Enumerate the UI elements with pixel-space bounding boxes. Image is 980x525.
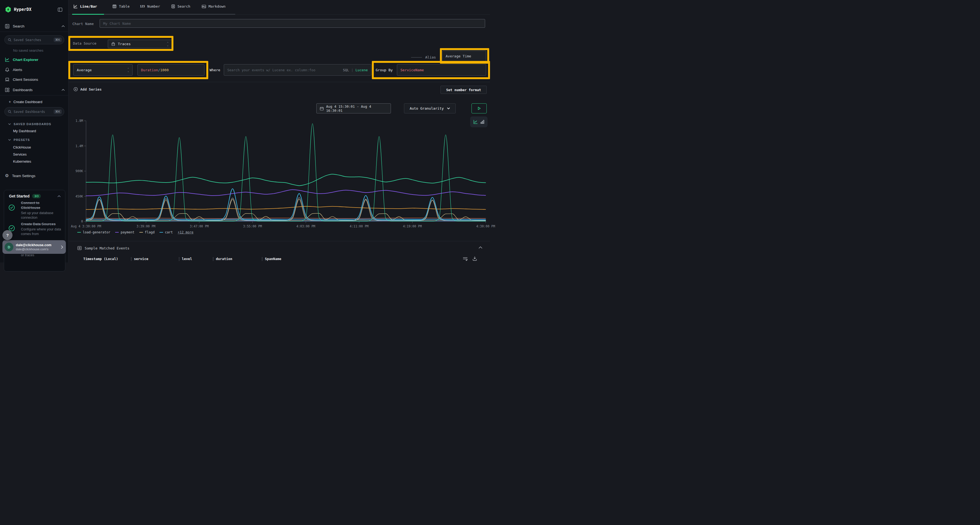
legend-swatch xyxy=(139,232,143,233)
y-tick-label: 1.8M xyxy=(75,119,83,123)
time-range-value: Aug 4 15:30:01 - Aug 4 16:30:01 xyxy=(326,105,387,113)
sidebar-item-team-settings[interactable]: ⚙ Team Settings xyxy=(5,174,35,178)
expression-number: 1000 xyxy=(160,68,169,72)
set-number-format-button[interactable]: Set number format xyxy=(441,86,487,94)
tab-number[interactable]: 123 Number xyxy=(140,4,160,8)
help-button[interactable]: ? xyxy=(2,230,13,240)
section-label: SAVED DASHBOARDS xyxy=(14,122,51,126)
tab-table[interactable]: Table xyxy=(113,4,130,8)
sidebar-item-client-sessions[interactable]: Client Sessions xyxy=(5,78,38,82)
sidebar-item-label: Dashboards xyxy=(13,88,62,92)
sidebar-item-kubernetes[interactable]: Kubernetes xyxy=(13,159,31,163)
legend-item[interactable]: payment xyxy=(115,230,134,234)
get-started-progress-badge: 3/3 xyxy=(32,194,41,198)
column-separator[interactable] xyxy=(262,257,262,261)
column-separator[interactable] xyxy=(213,257,213,261)
sidebar-item-clickhouse[interactable]: ClickHouse xyxy=(13,145,31,149)
group-by-label: Group By xyxy=(375,68,393,72)
legend-label: cart xyxy=(165,230,173,234)
avatar: D xyxy=(5,243,13,251)
list-icon xyxy=(77,246,82,250)
tab-markdown[interactable]: Markdown xyxy=(202,4,226,8)
x-tick-label: 4:03:00 PM xyxy=(296,224,315,228)
document-list-icon xyxy=(171,4,175,8)
add-series-button[interactable]: Add Series xyxy=(73,87,102,91)
where-input[interactable]: Search your events w/ Lucene ex. column:… xyxy=(224,64,371,76)
column-header-service[interactable]: service xyxy=(134,257,148,261)
tab-label: Markdown xyxy=(208,4,226,8)
data-source-select[interactable]: Traces ⌃⌄ xyxy=(108,40,172,48)
dashboards-icon xyxy=(5,87,10,92)
plus-icon: + xyxy=(9,100,11,104)
saved-searches-input[interactable]: Saved Searches ⌘K xyxy=(4,35,64,44)
y-tick-label: 900K xyxy=(75,169,83,173)
y-tick-label: 1.4M xyxy=(75,144,83,148)
presets-section-toggle[interactable]: PRESETS xyxy=(8,138,30,141)
legend-item[interactable]: cart xyxy=(159,230,173,234)
saved-dashboards-section-toggle[interactable]: SAVED DASHBOARDS xyxy=(8,122,51,126)
column-separator[interactable] xyxy=(179,257,180,261)
chart-explorer-icon xyxy=(5,57,10,62)
group-by-input[interactable]: ServiceName xyxy=(397,64,486,76)
collapse-section-icon[interactable] xyxy=(479,246,482,249)
legend-label: flagd xyxy=(145,230,154,234)
expression-operator: / xyxy=(158,68,160,72)
create-dashboard-button[interactable]: + Create Dashboard xyxy=(9,100,42,104)
sidebar-item-label: Alerts xyxy=(13,68,22,72)
tab-label: Line/Bar xyxy=(80,4,97,8)
aggregation-value: Average xyxy=(77,68,92,72)
chevron-down-icon xyxy=(8,139,11,141)
legend-more-link[interactable]: +12 more xyxy=(178,230,194,234)
data-source-icon xyxy=(111,42,115,46)
chart-name-input[interactable]: My Chart Name xyxy=(100,19,485,28)
get-started-item-title[interactable]: Connect to ClickHouse xyxy=(21,200,54,210)
alias-input[interactable]: Average Time xyxy=(442,51,486,62)
sample-events-header[interactable]: Sample Matched Events xyxy=(77,246,129,250)
x-tick-label: 4:19:00 PM xyxy=(403,224,422,228)
sidebar-collapse-icon[interactable] xyxy=(58,8,62,12)
get-started-item-title[interactable]: Create Data Sources xyxy=(21,222,67,227)
chevron-up-icon[interactable] xyxy=(57,195,61,197)
sidebar-item-alerts[interactable]: Alerts xyxy=(5,67,22,72)
column-header-spanname[interactable]: SpanName xyxy=(265,257,281,261)
wrap-lines-icon[interactable] xyxy=(463,257,468,261)
data-source-label: Data Source xyxy=(73,41,96,45)
x-tick-label: 3:47:00 PM xyxy=(190,224,208,228)
saved-dashboards-input[interactable]: Saved Dashboards ⌘K xyxy=(4,107,64,116)
column-header-level[interactable]: level xyxy=(182,257,192,261)
legend-swatch xyxy=(115,232,119,233)
user-menu[interactable]: D dale@clickhouse.com dale@clickhouse.co… xyxy=(2,240,66,254)
lucene-toggle[interactable]: Lucene xyxy=(356,68,368,72)
sidebar-item-chart-explorer[interactable]: Chart Explorer xyxy=(5,57,38,62)
chart-axes xyxy=(86,121,486,221)
sample-events-title: Sample Matched Events xyxy=(85,246,129,250)
time-range-input[interactable]: Aug 4 15:30:01 - Aug 4 16:30:01 xyxy=(316,103,391,113)
chevron-down-icon xyxy=(8,123,11,125)
sidebar-item-services[interactable]: Services xyxy=(13,152,27,156)
run-query-button[interactable] xyxy=(471,103,487,113)
column-header-timestamp[interactable]: Timestamp (Local) xyxy=(83,257,118,261)
sidebar-item-search[interactable]: Search xyxy=(5,24,65,29)
get-started-item-subtitle: Configure where your data comes from xyxy=(21,227,65,236)
cmdk-shortcut-badge: ⌘K xyxy=(54,38,62,42)
sidebar-item-label: Team Settings xyxy=(12,174,35,178)
tab-label: Number xyxy=(147,4,160,8)
sidebar-item-label: Chart Explorer xyxy=(13,58,38,62)
legend-item[interactable]: flagd xyxy=(139,230,154,234)
series-unlabeled-spike-teal xyxy=(86,124,486,221)
sql-toggle[interactable]: SQL xyxy=(343,68,349,72)
legend-item[interactable]: load-generator xyxy=(77,230,110,234)
expression-input[interactable]: Duration/1000 xyxy=(137,64,204,76)
granularity-select[interactable]: Auto Granularity xyxy=(404,103,456,113)
aggregation-select[interactable]: Average ⌃⌄ xyxy=(73,64,132,76)
granularity-value: Auto Granularity xyxy=(410,106,444,111)
sidebar-item-my-dashboard[interactable]: My Dashboard xyxy=(13,129,36,133)
download-icon[interactable] xyxy=(473,256,477,261)
tab-search[interactable]: Search xyxy=(171,4,190,8)
tab-line-bar[interactable]: Line/Bar xyxy=(73,4,97,8)
no-saved-searches-text: No saved searches xyxy=(13,48,43,52)
column-header-duration[interactable]: duration xyxy=(216,257,232,261)
column-separator[interactable] xyxy=(131,257,132,261)
calendar-icon xyxy=(320,106,324,111)
sidebar-item-dashboards[interactable]: Dashboards xyxy=(5,87,65,92)
